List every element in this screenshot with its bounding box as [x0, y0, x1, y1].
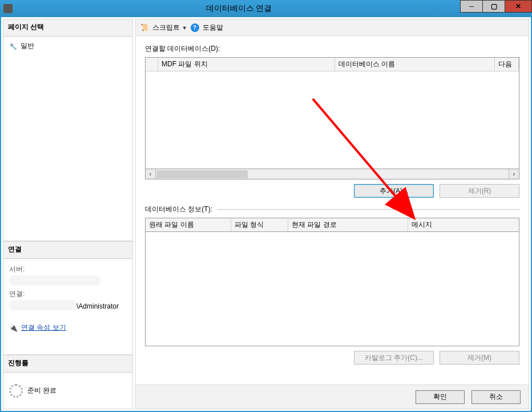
script-icon [140, 23, 151, 31]
dropdown-arrow-icon: ▼ [182, 25, 187, 31]
help-icon: ? [191, 23, 199, 32]
progress-title: 진행률 [3, 355, 133, 373]
title-bar: 데이터베이스 연결 ─ ▢ ✕ [0, 0, 532, 17]
attach-db-label: 연결할 데이터베이스(D): [145, 44, 519, 54]
details-grid-header: 원래 파일 이름 파일 형식 현재 파일 경로 메시지 [145, 218, 519, 232]
col-mdf-location[interactable]: MDF 파일 위치 [158, 58, 335, 71]
sidebar-item-general[interactable]: 일반 [9, 40, 127, 52]
details-grid-body [145, 232, 519, 346]
progress-status: 준비 완료 [27, 386, 57, 395]
cancel-button[interactable]: 취소 [471, 390, 521, 404]
sidebar-item-label: 일반 [21, 41, 34, 51]
progress-body: 준비 완료 [3, 373, 133, 409]
col-next[interactable]: 다음 [495, 58, 519, 71]
wrench-icon [9, 42, 17, 50]
scroll-right-button[interactable]: › [509, 169, 519, 179]
attach-grid-header: MDF 파일 위치 데이터베이스 이름 다음 [146, 58, 519, 71]
col-current-path[interactable]: 현재 파일 경로 [288, 218, 408, 231]
db-details-label: 데이터베이스 정보(T): [145, 205, 212, 214]
page-select-body: 일반 [3, 37, 133, 241]
minimize-button[interactable]: ─ [460, 0, 483, 13]
remove-m-button: 제거(M) [440, 351, 519, 365]
sidebar: 페이지 선택 일반 연결 서버: 연결: \Administrator 연결 [3, 19, 133, 409]
plug-icon [9, 324, 18, 332]
attach-grid-scrollbar[interactable]: ‹ › [145, 169, 519, 179]
connection-title: 연결 [3, 241, 133, 259]
connection-body: 서버: 연결: \Administrator 연결 속성 보기 [3, 259, 133, 355]
server-value [9, 275, 100, 286]
window-controls: ─ ▢ ✕ [461, 0, 532, 17]
col-db-name[interactable]: 데이터베이스 이름 [335, 58, 495, 71]
scroll-left-button[interactable]: ‹ [146, 169, 156, 179]
attach-grid[interactable]: MDF 파일 위치 데이터베이스 이름 다음 [145, 57, 519, 169]
scroll-thumb[interactable] [156, 170, 248, 178]
close-button[interactable]: ✕ [505, 0, 532, 13]
col-message[interactable]: 메시지 [408, 218, 519, 231]
scroll-track[interactable] [156, 170, 509, 179]
divider-line [217, 209, 519, 210]
help-button[interactable]: ? 도움말 [191, 23, 223, 33]
content: 스크립트 ▼ ? 도움말 연결할 데이터베이스(D): MDF 파일 위치 데이… [135, 19, 529, 409]
spinner-icon [9, 384, 23, 398]
conn-label: 연결: [9, 289, 127, 299]
col-file-type[interactable]: 파일 형식 [231, 218, 288, 231]
conn-value-suffix: \Administrator [76, 302, 119, 310]
main-panel: 연결할 데이터베이스(D): MDF 파일 위치 데이터베이스 이름 다음 ‹ … [135, 36, 529, 385]
col-orig-name[interactable]: 원래 파일 이름 [146, 218, 231, 231]
row-header-spacer [146, 58, 158, 71]
window-title: 데이터베이스 연결 [17, 3, 461, 14]
script-label: 스크립트 [152, 23, 180, 31]
footer-bar: 확인 취소 [135, 385, 529, 409]
maximize-button[interactable]: ▢ [482, 0, 505, 13]
add-button[interactable]: 추가(A)... [354, 184, 434, 198]
ok-button[interactable]: 확인 [416, 390, 465, 404]
server-label: 서버: [9, 265, 127, 274]
add-catalog-button: 카탈로그 추가(C)... [354, 351, 434, 365]
view-connection-props-link[interactable]: 연결 속성 보기 [21, 323, 66, 333]
toolbar: 스크립트 ▼ ? 도움말 [135, 19, 529, 36]
page-select-title: 페이지 선택 [3, 19, 133, 37]
help-label: 도움말 [203, 23, 223, 31]
app-icon [3, 4, 13, 13]
conn-value-blur [9, 300, 78, 310]
script-button[interactable]: 스크립트 ▼ [140, 23, 187, 33]
attach-grid-body [146, 71, 519, 169]
remove-button: 제거(R) [440, 184, 519, 198]
